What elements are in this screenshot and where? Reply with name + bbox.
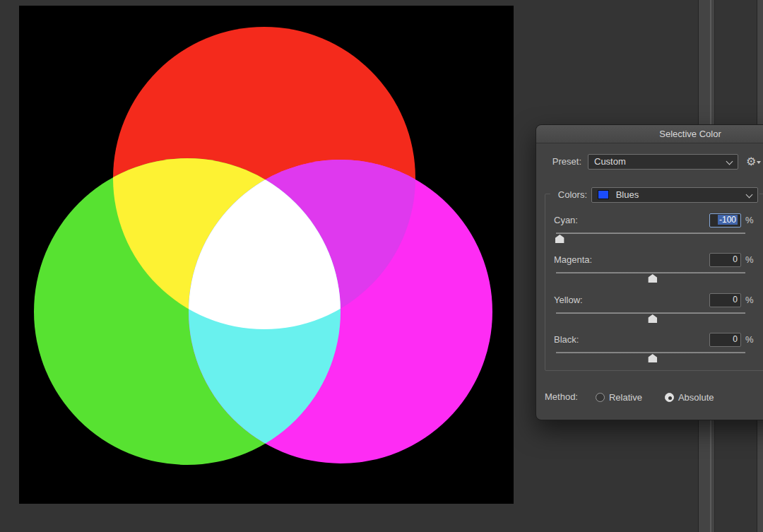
chevron-down-icon [746,191,753,199]
radio-relative-label: Relative [609,392,642,403]
selective-color-dialog: Selective Color Preset: Custom ⚙ Colors:… [536,124,763,420]
preset-value: Custom [594,156,626,167]
preset-row: Preset: Custom ⚙ [536,153,763,170]
dialog-title: Selective Color [659,129,721,139]
black-value: 0 [733,334,738,344]
yellow-value: 0 [733,295,738,305]
method-row: Method: Relative Absolute [545,390,763,404]
cyan-value: -100 [718,215,738,225]
slider-row-magenta: Magenta: 0 % [536,253,763,287]
magenta-slider-track[interactable] [556,272,745,273]
radio-relative[interactable] [596,393,605,402]
colors-swatch [598,190,609,199]
yellow-label: Yellow: [554,293,583,307]
magenta-value-field[interactable]: 0 [709,253,741,267]
gear-icon[interactable]: ⚙ [746,154,761,170]
magenta-label: Magenta: [554,253,592,267]
cyan-slider-thumb[interactable] [555,235,564,243]
colors-dropdown[interactable]: Blues [591,187,758,203]
yellow-slider-thumb[interactable] [648,314,657,323]
dialog-titlebar[interactable]: Selective Color [536,125,763,143]
percent-label: % [745,333,754,347]
magenta-value: 0 [733,254,738,264]
radio-absolute-label: Absolute [678,392,714,403]
preset-label: Preset: [536,155,581,169]
gear-caret-icon [757,161,761,164]
percent-label: % [745,293,754,307]
slider-row-cyan: Cyan: -100 % [536,213,763,247]
black-slider-track[interactable] [556,352,745,353]
chevron-down-icon [726,158,733,165]
preset-dropdown[interactable]: Custom [588,154,738,170]
radio-absolute[interactable] [665,393,674,402]
slider-row-black: Black: 0 % [536,333,763,367]
rgb-venn-diagram [19,6,514,504]
slider-row-yellow: Yellow: 0 % [536,293,763,327]
black-slider-thumb[interactable] [648,354,657,362]
yellow-value-field[interactable]: 0 [709,293,741,307]
black-label: Black: [554,333,579,347]
document-canvas[interactable] [19,6,514,504]
magenta-slider-thumb[interactable] [648,274,657,283]
cyan-slider-track[interactable] [556,232,745,234]
yellow-slider-track[interactable] [556,312,745,314]
colors-row: Colors: Blues [550,186,759,204]
percent-label: % [745,253,754,267]
cyan-value-field[interactable]: -100 [709,213,741,227]
colors-label: Colors: [552,188,587,202]
percent-label: % [745,213,754,227]
cyan-label: Cyan: [554,213,578,227]
black-value-field[interactable]: 0 [709,333,741,347]
colors-value: Blues [616,189,639,200]
method-label: Method: [545,390,578,404]
